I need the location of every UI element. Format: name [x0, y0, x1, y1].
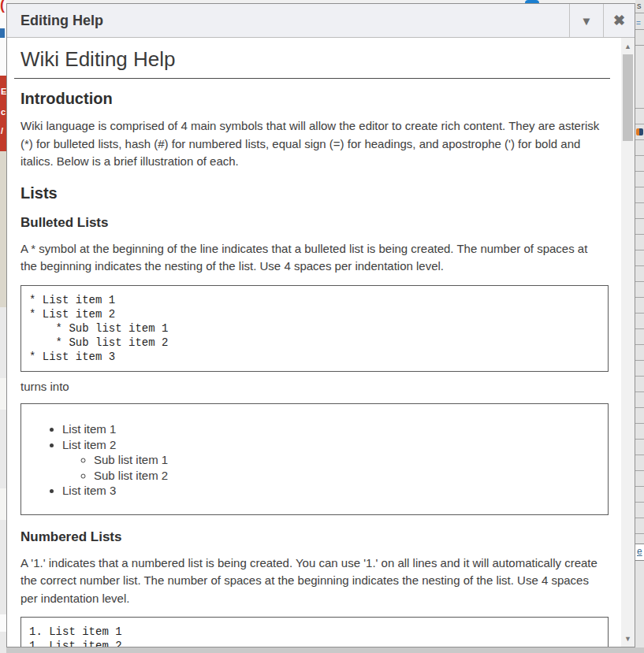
introduction-paragraph: Wiki language is comprised of 4 main sym… [14, 117, 610, 171]
background-letter-fragment: c [1, 107, 6, 117]
numbered-lists-paragraph: A '1.' indicates that a numbered list is… [14, 555, 610, 608]
background-bottom-band [6, 647, 644, 653]
dialog-title: Editing Help [7, 4, 569, 37]
dialog-scrollbar[interactable]: ▲ ▼ [621, 38, 635, 647]
list-item: List item 3 [62, 483, 600, 499]
background-text-fragment: = [636, 19, 641, 28]
background-row-line [635, 45, 644, 46]
background-left-blue-fragment [0, 28, 5, 38]
background-left-beige [0, 151, 6, 307]
scrollbar-thumb[interactable] [623, 54, 633, 141]
background-band [0, 614, 6, 632]
close-icon: ✖ [613, 12, 625, 29]
list-item: Sub list item 1 [94, 452, 600, 468]
background-band [0, 488, 6, 520]
background-left-red-sidebar-fragment: E c / [0, 76, 6, 151]
page-title: Wiki Editing Help [14, 47, 610, 79]
bulleted-lists-paragraph: A * symbol at the beginning of the line … [14, 240, 610, 276]
background-row-line [635, 29, 644, 30]
rendered-sub-list: Sub list item 1 Sub list item 2 [62, 452, 600, 483]
heading-lists: Lists [14, 184, 610, 202]
background-text-fragment: s [637, 1, 642, 10]
list-item: List item 1 [62, 421, 600, 437]
bulleted-list-rendered-example: List item 1 List item 2 Sub list item 1 … [20, 403, 609, 515]
scroll-down-arrow-icon[interactable]: ▼ [621, 632, 635, 645]
background-right-strip: s = e [635, 0, 644, 653]
heading-numbered-lists: Numbered Lists [14, 529, 610, 545]
scroll-up-arrow-icon[interactable]: ▲ [621, 39, 635, 53]
background-letter-fragment: / [1, 126, 3, 135]
dialog-close-button[interactable]: ✖ [603, 4, 635, 37]
dialog-body: Wiki Editing Help Introduction Wiki lang… [7, 38, 635, 647]
background-band [0, 378, 6, 410]
rendered-bullet-list: List item 1 List item 2 Sub list item 1 … [29, 421, 600, 499]
background-row-lines [635, 93, 644, 538]
background-row-line [635, 13, 644, 13]
chevron-down-icon: ▼ [581, 14, 593, 28]
numbered-list-code-example: 1. List item 1 1. List item 2 [20, 617, 609, 647]
background-left-top: ( [0, 0, 6, 76]
background-link-fragment: e [635, 544, 644, 561]
turns-into-label: turns into [14, 378, 610, 396]
help-document: Wiki Editing Help Introduction Wiki lang… [7, 38, 621, 647]
heading-introduction: Introduction [14, 90, 610, 108]
list-item: Sub list item 2 [94, 468, 600, 484]
background-link-text: e [637, 546, 642, 557]
background-icon-fragment [636, 128, 643, 135]
bulleted-list-code-example: * List item 1 * List item 2 * Sub list i… [20, 285, 609, 372]
background-left-gray [0, 307, 6, 653]
dialog-titlebar[interactable]: Editing Help ▼ ✖ [7, 4, 635, 38]
heading-bulleted-lists: Bulleted Lists [14, 215, 610, 231]
background-logo-fragment: ( [0, 0, 5, 13]
list-item-label: List item 2 [62, 438, 116, 451]
list-item: List item 2 Sub list item 1 Sub list ite… [62, 437, 600, 484]
editing-help-dialog: Editing Help ▼ ✖ Wiki Editing Help Intro… [6, 3, 635, 647]
dialog-collapse-button[interactable]: ▼ [569, 4, 603, 37]
